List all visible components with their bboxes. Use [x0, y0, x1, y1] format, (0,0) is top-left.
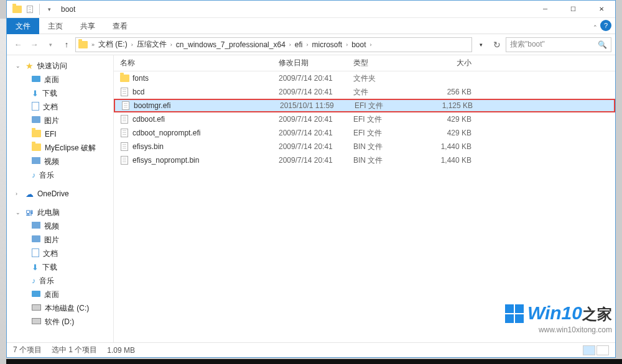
col-name[interactable]: 名称 [114, 58, 272, 68]
picture-icon [32, 116, 40, 125]
tab-share[interactable]: 共享 [72, 18, 104, 34]
file-list-pane: 名称 修改日期 类型 大小 fonts 2009/7/14 20:41 文件夹 … [114, 55, 615, 342]
sidebar-item[interactable]: MyEclipse 破解 [7, 141, 113, 155]
file-row[interactable]: efisys.bin 2009/7/14 20:41 BIN 文件 1,440 … [114, 140, 615, 153]
file-row[interactable]: fonts 2009/7/14 20:41 文件夹 [114, 71, 615, 85]
ribbon-collapse-icon[interactable]: ⌃ [593, 24, 598, 30]
file-row[interactable]: bootmgr.efi 2015/10/1 11:59 EFI 文件 1,125… [114, 99, 615, 112]
view-thumbs-button[interactable] [596, 345, 609, 355]
folder-icon [11, 3, 23, 16]
file-name: bcd [130, 88, 272, 96]
breadcrumb-seg[interactable]: boot [350, 40, 367, 49]
music-icon: ♪ [32, 276, 35, 285]
sidebar-item[interactable]: 文档 [7, 247, 113, 260]
sidebar-item[interactable]: ⬇下载 [7, 260, 113, 274]
forward-button[interactable]: → [27, 37, 42, 52]
nav-pane: ⌄★快速访问 桌面⬇下载文档图片EFIMyEclipse 破解视频♪音乐 ›☁O… [7, 55, 114, 342]
sidebar-item[interactable]: 图片 [7, 233, 113, 247]
file-name: efisys_noprompt.bin [130, 156, 272, 165]
file-type: EFI 文件 [347, 128, 414, 139]
file-type: BIN 文件 [347, 142, 414, 152]
file-date: 2009/7/14 20:41 [272, 74, 347, 83]
file-name: cdboot.efi [130, 115, 272, 124]
file-row[interactable]: cdboot.efi 2009/7/14 20:41 EFI 文件 429 KB [114, 112, 615, 126]
desktop-icon [32, 75, 40, 84]
column-headers: 名称 修改日期 类型 大小 [114, 55, 615, 71]
sidebar-item[interactable]: 桌面 [7, 288, 113, 301]
recent-dropdown-icon[interactable]: ▾ [43, 37, 58, 52]
up-button[interactable]: ↑ [59, 37, 74, 52]
tab-file[interactable]: 文件 [7, 18, 39, 34]
file-row[interactable]: efisys_noprompt.bin 2009/7/14 20:41 BIN … [114, 153, 615, 167]
ribbon-tabs: 文件 主页 共享 查看 ⌃ ? [7, 18, 615, 34]
file-icon [119, 129, 130, 137]
breadcrumb-seg[interactable]: 文档 (E:) [97, 39, 129, 50]
sidebar-item[interactable]: 软件 (D:) [7, 315, 113, 329]
search-placeholder: 搜索"boot" [510, 39, 545, 50]
close-button[interactable]: ✕ [587, 1, 615, 18]
sidebar-item[interactable]: ⬇下载 [7, 86, 113, 100]
minimize-button[interactable]: ─ [531, 1, 559, 18]
file-size: 256 KB [414, 88, 483, 96]
tab-view[interactable]: 查看 [104, 18, 136, 34]
status-bar: 7 个项目 选中 1 个项目 1.09 MB [7, 342, 615, 357]
search-input[interactable]: 搜索"boot" 🔍 [506, 37, 611, 52]
chevron-right-icon[interactable]: › [129, 42, 136, 48]
tab-home[interactable]: 主页 [39, 18, 72, 34]
chevron-right-icon[interactable]: › [304, 42, 311, 48]
taskbar-edge [6, 359, 622, 364]
breadcrumb-seg[interactable]: 压缩文件 [136, 39, 168, 50]
sidebar-item[interactable]: 视频 [7, 155, 113, 168]
col-type[interactable]: 类型 [347, 58, 414, 68]
file-size: 429 KB [414, 115, 483, 124]
cloud-icon: ☁ [26, 189, 34, 199]
sidebar-item[interactable]: 文档 [7, 100, 113, 114]
chevron-right-icon[interactable]: › [168, 42, 175, 48]
chevron-right-icon[interactable]: › [287, 42, 294, 48]
download-icon: ⬇ [32, 89, 39, 98]
col-date[interactable]: 修改日期 [272, 58, 347, 68]
file-row[interactable]: bcd 2009/7/14 20:41 文件 256 KB [114, 85, 615, 99]
help-icon[interactable]: ? [600, 20, 611, 31]
status-selected: 选中 1 个项目 [52, 345, 97, 355]
view-details-button[interactable] [583, 345, 595, 355]
file-type: EFI 文件 [347, 114, 414, 125]
breadcrumb-seg[interactable]: cn_windows_7_professional_x64 [175, 40, 287, 49]
address-bar[interactable]: » 文档 (E:) › 压缩文件 › cn_windows_7_professi… [75, 37, 472, 52]
pc-icon: 🖳 [26, 208, 34, 217]
download-icon: ⬇ [32, 263, 39, 272]
chevron-right-icon[interactable]: › [368, 42, 374, 48]
file-row[interactable]: cdboot_noprompt.efi 2009/7/14 20:41 EFI … [114, 126, 615, 140]
sidebar-item[interactable]: 图片 [7, 114, 113, 127]
breadcrumb-seg[interactable]: efi [294, 40, 304, 49]
col-size[interactable]: 大小 [414, 58, 483, 68]
qat-props-icon[interactable] [23, 2, 37, 16]
sidebar-this-pc[interactable]: ⌄🖳此电脑 [7, 206, 113, 219]
file-date: 2009/7/14 20:41 [272, 129, 347, 137]
sidebar-item[interactable]: 本地磁盘 (C:) [7, 301, 113, 315]
refresh-button[interactable]: ↻ [490, 37, 504, 52]
back-button[interactable]: ← [11, 37, 26, 52]
body: ⌄★快速访问 桌面⬇下载文档图片EFIMyEclipse 破解视频♪音乐 ›☁O… [7, 55, 615, 342]
file-name: efisys.bin [130, 142, 272, 151]
breadcrumb-seg[interactable]: microsoft [311, 40, 344, 49]
qat-separator [39, 4, 40, 15]
file-size: 1,440 KB [414, 142, 483, 151]
qat-dropdown-icon[interactable]: ▾ [42, 2, 56, 16]
folder-icon [119, 75, 130, 82]
address-dropdown-icon[interactable]: ▾ [473, 37, 488, 52]
sidebar-item[interactable]: 桌面 [7, 73, 113, 86]
sidebar-onedrive[interactable]: ›☁OneDrive [7, 187, 113, 201]
file-icon [119, 156, 130, 165]
sidebar-item[interactable]: 视频 [7, 219, 113, 233]
sidebar-item[interactable]: ♪音乐 [7, 274, 113, 288]
sidebar-item[interactable]: ♪音乐 [7, 168, 113, 182]
explorer-window: ▾ boot ─ ☐ ✕ 文件 主页 共享 查看 ⌃ ? ← → ▾ ↑ » 文… [6, 0, 616, 358]
maximize-button[interactable]: ☐ [559, 1, 587, 18]
sidebar-quick-access[interactable]: ⌄★快速访问 [7, 59, 113, 73]
sidebar-item[interactable]: EFI [7, 127, 113, 141]
file-name: bootmgr.efi [131, 101, 274, 110]
chevron-right-icon[interactable]: › [343, 42, 350, 48]
chevron-right-icon[interactable]: » [89, 42, 97, 48]
search-icon[interactable]: 🔍 [598, 40, 607, 49]
